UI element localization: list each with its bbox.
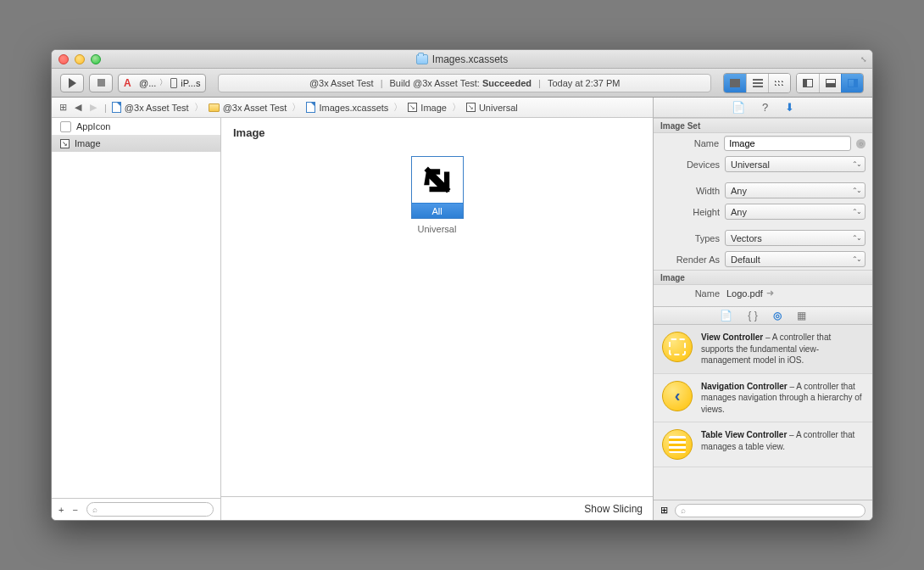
image-slot[interactable]: All Universal bbox=[411, 156, 464, 234]
canvas-footer: Show Slicing bbox=[221, 496, 653, 520]
grid-view-button[interactable]: ⊞ bbox=[660, 505, 668, 516]
activity-status[interactable]: @3x Asset Test | Build @3x Asset Test: S… bbox=[218, 74, 711, 92]
clear-icon[interactable]: ○ bbox=[856, 139, 866, 148]
slot-label: All bbox=[412, 203, 463, 218]
back-button[interactable]: ◀ bbox=[72, 102, 84, 114]
jumpbar-item[interactable]: Images.xcassets bbox=[319, 103, 388, 113]
canvas-title: Image bbox=[221, 118, 653, 148]
standard-editor-icon bbox=[730, 79, 740, 87]
jumpbar-item[interactable]: @3x Asset Test bbox=[223, 103, 287, 113]
asset-filter-input[interactable]: ⌕ bbox=[86, 502, 214, 517]
status-app: @3x Asset Test bbox=[309, 78, 374, 88]
editor-area: ⊞ ◀ ▶ | @3x Asset Test 〉 @3x Asset Test … bbox=[52, 98, 654, 520]
status-build: Build @3x Asset Test: bbox=[390, 78, 480, 88]
scheme-name: @... bbox=[139, 78, 156, 88]
view-controller-icon bbox=[662, 332, 693, 362]
chevron-right-icon: 〉 bbox=[159, 77, 167, 88]
main-body: ⊞ ◀ ▶ | @3x Asset Test 〉 @3x Asset Test … bbox=[52, 98, 872, 520]
height-select[interactable]: Any bbox=[725, 204, 866, 220]
toggle-navigator-button[interactable] bbox=[797, 74, 819, 92]
name-input[interactable] bbox=[724, 136, 851, 151]
jump-bar: ⊞ ◀ ▶ | @3x Asset Test 〉 @3x Asset Test … bbox=[52, 98, 653, 118]
jumpbar-item[interactable]: Image bbox=[420, 103, 447, 113]
asset-canvas: Image All Universal bbox=[221, 118, 653, 520]
code-snippet-tab[interactable]: { } bbox=[748, 310, 757, 321]
panel-bottom-icon bbox=[826, 79, 836, 87]
asset-outline: AppIcon Image + − ⌕ bbox=[52, 118, 221, 520]
app-icon bbox=[124, 77, 136, 89]
library-item-navigation-controller[interactable]: ‹ Navigation Controller – A controller t… bbox=[654, 374, 872, 423]
run-button[interactable] bbox=[60, 74, 84, 92]
folder-icon bbox=[416, 54, 428, 64]
version-editor-button[interactable] bbox=[768, 74, 790, 92]
width-select[interactable]: Any bbox=[725, 182, 866, 198]
file-inspector-tab[interactable]: 📄 bbox=[732, 101, 745, 114]
forward-button[interactable]: ▶ bbox=[87, 102, 99, 114]
standard-editor-button[interactable] bbox=[724, 74, 746, 92]
quick-help-tab[interactable]: ? bbox=[762, 101, 768, 114]
render-select[interactable]: Default bbox=[725, 251, 866, 267]
width-label: Width bbox=[660, 186, 720, 196]
scheme-selector[interactable]: @... 〉 iP...s bbox=[118, 74, 206, 92]
panel-toggles[interactable] bbox=[796, 73, 864, 93]
library-filter-input[interactable]: ⌕ bbox=[675, 504, 866, 517]
remove-asset-button[interactable]: − bbox=[72, 505, 77, 515]
library-item-view-controller[interactable]: View Controller – A controller that supp… bbox=[654, 325, 872, 374]
name-label: Name bbox=[660, 138, 719, 148]
navigation-controller-icon: ‹ bbox=[662, 381, 693, 411]
slot-caption: Universal bbox=[418, 224, 457, 234]
add-asset-button[interactable]: + bbox=[58, 505, 64, 515]
file-template-tab[interactable]: 📄 bbox=[720, 310, 732, 321]
xcode-window: Images.xcassets ⤡ @... 〉 iP...s @3x Asse… bbox=[51, 49, 873, 521]
search-icon: ⌕ bbox=[681, 506, 686, 515]
toggle-debug-button[interactable] bbox=[819, 74, 841, 92]
imageset-icon bbox=[60, 139, 70, 148]
toolbar: @... 〉 iP...s @3x Asset Test | Build @3x… bbox=[52, 69, 872, 98]
devices-select[interactable]: Universal bbox=[725, 156, 866, 172]
library-item-table-view-controller[interactable]: Table View Controller – A controller tha… bbox=[654, 422, 872, 467]
appicon-icon bbox=[60, 121, 71, 132]
object-library-tab[interactable]: ◎ bbox=[773, 310, 782, 321]
toggle-utilities-button[interactable] bbox=[841, 74, 863, 92]
library-footer: ⊞ ⌕ bbox=[654, 500, 872, 520]
slot-thumbnail bbox=[412, 157, 463, 203]
inspector-tabs: 📄 ? ⬇ bbox=[654, 98, 872, 118]
stop-button[interactable] bbox=[89, 74, 113, 92]
assistant-editor-icon bbox=[753, 79, 763, 87]
asset-item-appicon[interactable]: AppIcon bbox=[52, 118, 220, 135]
jumpbar-item[interactable]: Universal bbox=[479, 103, 518, 113]
asset-list-footer: + − ⌕ bbox=[52, 498, 220, 520]
imageset-icon: ↘ bbox=[408, 103, 417, 112]
asset-item-label: Image bbox=[75, 138, 101, 148]
types-label: Types bbox=[660, 233, 720, 243]
panel-right-icon bbox=[848, 79, 858, 87]
show-slicing-button[interactable]: Show Slicing bbox=[584, 503, 643, 515]
imageset-icon: ↘ bbox=[466, 103, 476, 112]
image-slot-box[interactable]: All bbox=[411, 156, 464, 219]
device-icon bbox=[170, 78, 177, 88]
media-library-tab[interactable]: ▦ bbox=[797, 310, 806, 321]
status-time: Today at 2:37 PM bbox=[548, 78, 621, 88]
devices-label: Devices bbox=[660, 159, 720, 170]
scheme-dest: iP...s bbox=[181, 78, 200, 88]
utilities-panel: 📄 ? ⬇ Image Set Name ○ Devices Universal… bbox=[654, 98, 872, 520]
search-icon: ⌕ bbox=[92, 505, 97, 514]
asset-item-image[interactable]: Image bbox=[52, 135, 220, 152]
status-result: Succeeded bbox=[482, 78, 532, 88]
window-title-text: Images.xcassets bbox=[432, 53, 508, 65]
types-select[interactable]: Vectors bbox=[725, 230, 866, 246]
reveal-icon[interactable]: ➜ bbox=[766, 288, 774, 299]
window-title: Images.xcassets bbox=[52, 53, 872, 65]
jumpbar-item[interactable]: @3x Asset Test bbox=[125, 103, 189, 113]
attributes-inspector-tab[interactable]: ⬇ bbox=[785, 101, 794, 114]
editor-mode-segmented[interactable] bbox=[723, 73, 791, 93]
table-view-controller-icon bbox=[662, 429, 693, 460]
assistant-editor-button[interactable] bbox=[746, 74, 768, 92]
render-label: Render As bbox=[660, 254, 720, 265]
section-image: Image bbox=[654, 270, 872, 285]
object-library-list: View Controller – A controller that supp… bbox=[654, 325, 872, 500]
section-image-set: Image Set bbox=[654, 118, 872, 133]
library-tabs: 📄 { } ◎ ▦ bbox=[654, 306, 872, 325]
related-items-button[interactable]: ⊞ bbox=[57, 102, 69, 114]
editor-split: AppIcon Image + − ⌕ bbox=[52, 118, 653, 520]
